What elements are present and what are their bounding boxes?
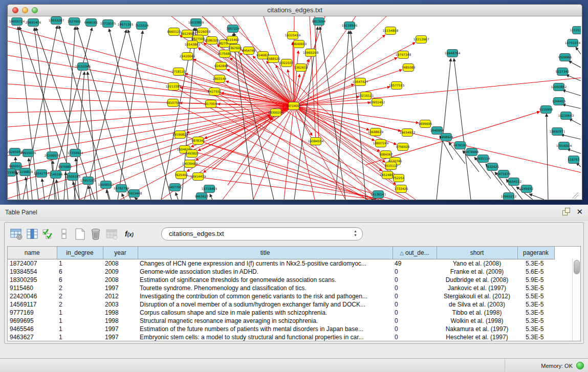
graph-node-label: 1615112	[384, 164, 398, 167]
graph-node-label: 11121314	[570, 28, 581, 32]
graph-node-label: 9975887	[58, 165, 72, 168]
graph-node-label: 19797348	[396, 53, 411, 56]
graph-node-label: 18724007	[286, 104, 302, 107]
float-panel-icon[interactable]	[562, 208, 570, 215]
graph-node-label: 8471678	[497, 172, 511, 176]
column-header-year[interactable]: year	[103, 247, 138, 259]
column-header-short[interactable]: short	[437, 247, 517, 259]
graph-node-label: 20691406	[26, 20, 41, 24]
graph-node-label: 7515524	[135, 24, 149, 27]
graph-node-label: 18640910	[291, 42, 307, 46]
node-table: namein_degreeyeartitle△out_de...shortpag…	[7, 246, 581, 341]
graph-node-label: 9227342	[556, 70, 570, 73]
table-row[interactable]: 1830029562008Estimation of significance …	[8, 276, 554, 284]
memory-status-label: Memory: OK	[541, 363, 573, 369]
graph-node-label: 10647427	[353, 80, 368, 83]
column-header-name[interactable]: name	[8, 247, 57, 259]
table-vertical-scrollbar[interactable]	[572, 258, 580, 341]
graph-node-label: 17016504	[556, 144, 572, 147]
graph-node-label: 19915036	[20, 151, 36, 155]
table-row[interactable]: 1456911722003Disruption of a novel membe…	[8, 300, 554, 309]
graph-node-label: 2367608	[228, 46, 242, 50]
select-all-columns-icon[interactable]	[41, 227, 55, 241]
network-desktop-background: citations_edges.txt 86601238912955182260…	[0, 0, 588, 205]
table-row[interactable]: 2242004622012Investigating the contribut…	[8, 292, 554, 300]
graph-node-label: 19218596	[342, 24, 358, 27]
graph-node-label: 18577515	[389, 83, 405, 87]
graph-node-label: 14055724	[9, 19, 25, 23]
table-row[interactable]: 1872400712008Changes of HCN gene express…	[8, 259, 554, 268]
graph-node-label: 9215958	[539, 107, 553, 111]
table-row[interactable]: 946362711997Embryonic stem cells: a mode…	[8, 333, 554, 341]
graph-node-label: 12093852	[551, 85, 567, 89]
function-builder-icon[interactable]: f(x)	[125, 230, 134, 238]
graph-node-label: 19166829	[172, 133, 188, 136]
graph-node-label: 18300295	[268, 111, 284, 114]
graph-node-label: 14671355	[118, 23, 134, 26]
table-row[interactable]: 946554611997Estimation of the future num…	[8, 325, 554, 333]
graph-node-label: 1588520	[267, 57, 280, 60]
status-bar: Memory: OK	[0, 358, 588, 372]
delete-table-icon[interactable]	[89, 227, 103, 241]
graph-node-label: 7485083	[402, 65, 416, 69]
graph-node-label: 2718120	[172, 70, 186, 73]
graph-node-label: 14039489	[182, 162, 198, 165]
table-settings-icon[interactable]	[10, 227, 24, 241]
graph-node-label: 10216121	[358, 94, 374, 97]
graph-node-label: 17359924	[68, 151, 83, 155]
column-header-pagerank[interactable]: pagerank	[517, 247, 554, 259]
graph-node-label: 8454749	[242, 49, 256, 52]
attribute-table[interactable]: namein_degreeyeartitle△out_de...shortpag…	[8, 247, 555, 341]
graph-node-label: 16965298	[303, 51, 319, 54]
table-panel: Table Panel ✕	[0, 205, 588, 358]
graph-node-label: 9457791	[168, 185, 182, 189]
graph-node-label: 3493822	[185, 151, 199, 155]
graph-node-label: 1640954	[430, 128, 444, 132]
graph-node-label: 16543862	[185, 42, 201, 46]
graph-node-label: 6479197	[453, 143, 467, 147]
graph-node-label: 16914479	[190, 174, 206, 178]
graph-node-label: 5958924	[440, 135, 453, 139]
graph-node-label: 11156819	[17, 170, 33, 173]
show-columns-icon[interactable]	[26, 227, 39, 241]
graph-node-label: 8650512	[9, 164, 23, 168]
column-header-title[interactable]: title	[138, 247, 393, 259]
graph-node-label: 9474444	[465, 150, 479, 154]
close-panel-icon[interactable]: ✕	[576, 208, 583, 215]
clear-column-selection-icon[interactable]	[57, 227, 71, 241]
graph-node-label: 9463627	[195, 194, 209, 198]
graph-node-label: 20206576	[45, 154, 60, 157]
dropdown-stepper-icon: ▲▼	[354, 229, 357, 237]
graph-node-label: 8322037	[280, 61, 294, 64]
table-panel-body: f(x) citations_edges.txt ▲▼ namein_degre…	[4, 222, 584, 344]
graph-node-label: 16958107	[98, 183, 114, 186]
table-row[interactable]: 969969511998Structural magnetic resonanc…	[8, 317, 554, 325]
graph-node-label: 1810755	[166, 101, 180, 104]
window-titlebar[interactable]: citations_edges.txt	[8, 5, 582, 16]
graph-node-label: 15692971	[550, 129, 565, 133]
graph-node-label: 20153346	[75, 64, 91, 68]
graph-node-label: 10965212	[501, 194, 517, 198]
graph-node-label: 10653287	[49, 18, 64, 22]
graph-node-label: 1733426	[395, 187, 408, 190]
graph-node-label: 752254	[393, 176, 405, 180]
memory-indicator[interactable]	[576, 362, 584, 369]
table-row[interactable]: 911546021997Tourette syndrome. Phenomeno…	[8, 284, 554, 292]
table-selector-value: citations_edges.txt	[169, 230, 224, 237]
table-selector-dropdown[interactable]: citations_edges.txt ▲▼	[161, 227, 363, 240]
scrollbar-thumb[interactable]	[574, 260, 580, 274]
graph-node-label: 8427552	[208, 90, 222, 93]
graph-node-label: 116753	[568, 158, 580, 161]
network-canvas[interactable]: 8660123891295518226058982750816543862818…	[8, 16, 581, 200]
graph-node-label: 2803144	[213, 77, 227, 80]
graph-node-label: 12213389	[166, 84, 182, 88]
graph-node-label: 17957259	[80, 179, 96, 182]
create-table-icon[interactable]	[73, 227, 87, 241]
table-row[interactable]: 977716911998Corpus callosum shape and si…	[8, 309, 554, 317]
column-header-out_de[interactable]: △out_de...	[393, 247, 437, 259]
table-row[interactable]: 1938455462009Genome-wide association stu…	[8, 268, 554, 276]
column-header-in_degree[interactable]: in_degree	[57, 247, 103, 259]
graph-node-label: 12213967	[413, 37, 429, 41]
graph-node-label: 7632621	[486, 165, 499, 168]
graph-node-label: 9529966	[558, 55, 572, 59]
